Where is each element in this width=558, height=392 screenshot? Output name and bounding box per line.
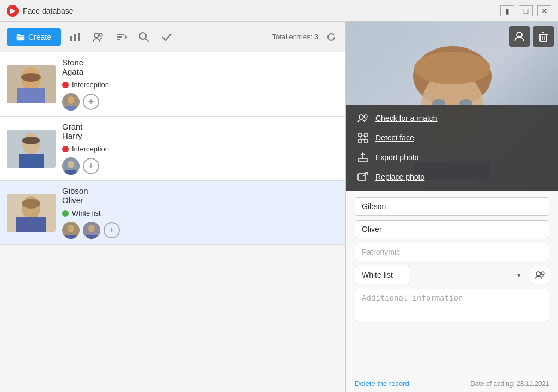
minimize-button[interactable]: ▮ — [500, 5, 514, 16]
person-avatar — [7, 65, 56, 103]
status-badge: White list — [62, 209, 339, 217]
svg-rect-45 — [540, 34, 547, 41]
last-name-field[interactable] — [355, 220, 549, 238]
svg-rect-3 — [74, 34, 76, 41]
person-name: StoneAgata — [62, 58, 339, 76]
folder-open-icon — [16, 33, 25, 41]
svg-point-17 — [68, 96, 74, 104]
bottom-bar: Delete the record Date of adding: 23.11.… — [346, 375, 558, 392]
persons-icon-button[interactable] — [89, 28, 107, 46]
person-list: StoneAgata Interception + — [0, 52, 345, 392]
refresh-icon — [326, 32, 337, 42]
svg-point-62 — [541, 272, 544, 275]
detect-icon — [357, 132, 369, 144]
person-info: GrantHarry Interception + — [62, 122, 339, 175]
check-icon — [161, 31, 173, 43]
context-menu: Check for a match Detect face Export pho… — [346, 105, 558, 191]
status-badge: Interception — [62, 145, 339, 153]
svg-rect-53 — [365, 133, 367, 136]
photo-thumb — [62, 222, 80, 239]
match-icon — [357, 112, 369, 124]
check-for-match-item[interactable]: Check for a match — [357, 110, 547, 126]
status-label: Interception — [72, 81, 109, 89]
person-photos: + — [62, 157, 339, 175]
stats-icon-button[interactable] — [66, 28, 84, 46]
person-item[interactable]: GrantHarry Interception + — [0, 117, 345, 181]
delete-record-button[interactable]: Delete the record — [355, 379, 409, 388]
svg-point-22 — [22, 137, 40, 144]
right-panel: Check for a match Detect face Export pho… — [346, 22, 558, 392]
svg-point-31 — [68, 225, 74, 232]
export-icon — [357, 151, 369, 163]
person-photos: + — [62, 222, 339, 239]
svg-rect-2 — [70, 36, 72, 41]
group-select-wrapper: White list Interception Black list — [355, 266, 526, 284]
svg-point-51 — [364, 115, 367, 118]
group-persons-button[interactable] — [531, 266, 549, 284]
svg-point-50 — [359, 115, 363, 119]
svg-rect-25 — [65, 170, 76, 175]
svg-point-56 — [361, 136, 365, 140]
sort-icon — [115, 31, 127, 43]
replace-photo-icon — [357, 171, 368, 182]
svg-rect-28 — [16, 217, 46, 232]
avatar-image — [7, 65, 56, 103]
restore-button[interactable]: □ — [519, 5, 533, 16]
export-photo-label: Export photo — [375, 153, 418, 162]
close-button[interactable]: ✕ — [537, 5, 551, 16]
replace-icon — [357, 171, 369, 183]
svg-point-43 — [414, 52, 490, 84]
trash-icon — [537, 30, 549, 42]
person-icon — [513, 30, 525, 42]
person-item[interactable]: StoneAgata Interception + — [0, 52, 345, 117]
person-photo-button[interactable] — [509, 26, 530, 47]
group-select-row: White list Interception Black list — [355, 266, 549, 284]
status-badge: Interception — [62, 81, 339, 89]
group-select[interactable]: White list Interception Black list — [355, 266, 409, 284]
check-icon-button[interactable] — [158, 28, 175, 46]
add-photo-button[interactable]: + — [83, 158, 99, 174]
thumb-image — [83, 222, 100, 239]
sort-icon-button[interactable] — [112, 28, 130, 46]
face-detect-icon — [357, 132, 368, 143]
detect-face-item[interactable]: Detect face — [357, 130, 547, 146]
group-persons-icon — [535, 270, 545, 280]
svg-rect-32 — [65, 235, 76, 239]
replace-photo-item[interactable]: Replace photo — [357, 169, 547, 185]
photo-thumb — [83, 222, 100, 239]
svg-rect-0 — [17, 35, 24, 40]
status-label: Interception — [72, 145, 109, 153]
check-for-match-label: Check for a match — [375, 114, 438, 122]
svg-point-24 — [68, 161, 74, 168]
search-icon-button[interactable] — [135, 28, 153, 46]
avatar-image — [7, 194, 56, 232]
stats-icon — [69, 31, 81, 43]
face-photo-area: Check for a match Detect face Export pho… — [346, 22, 558, 191]
delete-photo-button[interactable] — [533, 26, 554, 47]
person-item[interactable]: GibsonOliver White list + — [0, 181, 345, 245]
patronymic-field[interactable] — [355, 243, 549, 261]
app-title: Face database — [23, 7, 74, 15]
person-avatar — [7, 194, 56, 232]
add-photo-button[interactable]: + — [104, 222, 120, 238]
date-info-label: Date of adding: 23.11.2021 — [470, 380, 549, 388]
title-bar-left: ▶ Face database — [7, 5, 74, 17]
svg-point-6 — [99, 33, 102, 36]
svg-rect-55 — [365, 139, 367, 142]
export-photo-item[interactable]: Export photo — [357, 149, 547, 166]
person-info: StoneAgata Interception + — [62, 58, 339, 111]
status-label: White list — [72, 209, 101, 217]
title-bar: ▶ Face database ▮ □ ✕ — [0, 0, 558, 22]
first-name-field[interactable] — [355, 197, 549, 216]
svg-rect-21 — [19, 154, 44, 168]
search-icon — [138, 31, 150, 43]
refresh-button[interactable] — [324, 29, 339, 45]
svg-rect-54 — [359, 139, 361, 142]
status-dot-red — [62, 82, 69, 88]
add-photo-button[interactable]: + — [83, 94, 99, 110]
create-button[interactable]: Create — [7, 28, 61, 46]
persons-match-icon — [357, 113, 368, 124]
additional-info-field[interactable] — [355, 289, 549, 321]
person-avatar — [7, 130, 56, 168]
svg-point-5 — [94, 33, 99, 38]
